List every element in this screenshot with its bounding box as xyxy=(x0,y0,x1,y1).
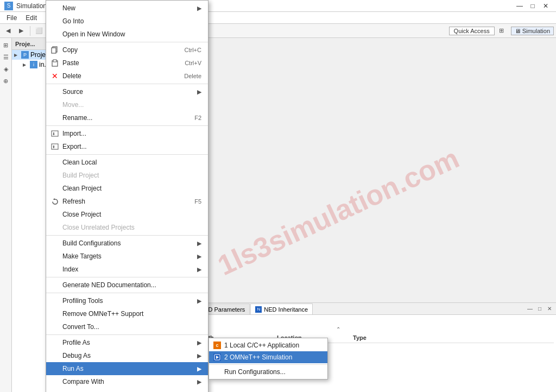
side-icon-4[interactable]: ⊕ xyxy=(1,76,11,86)
ctx-convert-label: Convert To... xyxy=(62,323,99,331)
run-as-omnet[interactable]: 2 OMNeT++ Simulation xyxy=(209,351,327,363)
bp-maximize-btn[interactable]: □ xyxy=(535,304,544,313)
ctx-import[interactable]: ⬇ Import... xyxy=(46,127,208,140)
toolbar-btn1[interactable]: ⬜ xyxy=(33,25,45,37)
ctx-build-configs-icon xyxy=(50,239,59,248)
ctx-paste-icon xyxy=(50,59,59,67)
run-as-omnet-label: 2 OMNeT++ Simulation xyxy=(224,353,292,361)
ctx-source-icon xyxy=(50,87,59,96)
forward-button[interactable]: ▶ xyxy=(15,25,27,37)
run-as-local-label: 1 Local C/C++ Application xyxy=(224,342,299,349)
ctx-gen-ned-icon xyxy=(50,281,59,289)
ctx-sep7 xyxy=(46,293,208,293)
quick-access-button[interactable]: Quick Access xyxy=(449,27,495,35)
menu-edit[interactable]: Edit xyxy=(21,13,41,23)
ctx-source[interactable]: Source ▶ xyxy=(46,85,208,98)
ctx-export-label: Export... xyxy=(62,143,87,150)
simulation-perspective[interactable]: 🖥 Simulation xyxy=(511,27,554,35)
perspectives-button[interactable]: ⊞ xyxy=(496,25,508,37)
ctx-paste-shortcut: Ctrl+V xyxy=(174,60,201,66)
ctx-index-icon xyxy=(50,265,59,274)
ctx-clean-project-label: Clean Project xyxy=(62,185,102,192)
ctx-export[interactable]: ⬆ Export... xyxy=(46,140,208,153)
ctx-sep3 xyxy=(46,125,208,126)
panel-title: Proje... xyxy=(15,41,35,47)
ctx-sep4 xyxy=(46,154,208,155)
context-menu: New ▶ Go Into Open in New Window Copy Ct… xyxy=(46,0,208,392)
ctx-rename-icon xyxy=(50,113,59,122)
ctx-new-label: New xyxy=(62,4,75,12)
ctx-gen-ned-label: Generate NED Documentation... xyxy=(62,281,156,289)
ctx-import-icon: ⬇ xyxy=(50,129,59,138)
side-icon-2[interactable]: ☰ xyxy=(1,52,11,62)
tree-arrow-root: ▶ xyxy=(14,53,20,58)
run-as-local-cpp[interactable]: c 1 Local C/C++ Application xyxy=(209,339,327,351)
tab-ned-inheritance[interactable]: N NED Inheritance xyxy=(250,304,313,314)
ctx-refresh-label: Refresh xyxy=(62,198,85,205)
ctx-remove-omnet-icon xyxy=(50,309,59,318)
ctx-gointo[interactable]: Go Into xyxy=(46,15,208,28)
ctx-clean-local[interactable]: Clean Local xyxy=(46,156,208,169)
ctx-clean-project[interactable]: Clean Project xyxy=(46,182,208,195)
ctx-profiling-arrow: ▶ xyxy=(197,298,201,305)
ctx-remove-omnet[interactable]: Remove OMNeT++ Support xyxy=(46,307,208,320)
ctx-paste[interactable]: Paste Ctrl+V xyxy=(46,56,208,69)
ctx-debug-as[interactable]: Debug As ▶ xyxy=(46,349,208,362)
ctx-run-as-label: Run As xyxy=(62,365,84,372)
bp-minimize-btn[interactable]: — xyxy=(526,304,534,313)
ctx-copy-shortcut: Ctrl+C xyxy=(174,47,201,53)
ctx-gen-ned-doc[interactable]: Generate NED Documentation... xyxy=(46,279,208,292)
svg-rect-1 xyxy=(52,48,56,53)
close-button[interactable]: ✕ xyxy=(540,0,552,12)
ctx-run-as-arrow: ▶ xyxy=(197,365,201,372)
ctx-convert-to[interactable]: Convert To... xyxy=(46,320,208,333)
ctx-sep5 xyxy=(46,235,208,236)
ctx-copy-icon xyxy=(50,46,59,54)
ctx-profiling-label: Profiling Tools xyxy=(62,297,103,305)
minimize-button[interactable]: — xyxy=(514,0,526,12)
ctx-build-configs[interactable]: Build Configurations ▶ xyxy=(46,237,208,250)
ctx-make-targets[interactable]: Make Targets ▶ xyxy=(46,250,208,263)
side-icon-3[interactable]: ◈ xyxy=(1,64,11,74)
ctx-clean-project-icon xyxy=(50,184,59,193)
ctx-close-unrelated-icon xyxy=(50,223,59,232)
ctx-build-project: Build Project xyxy=(46,169,208,182)
bp-close-btn[interactable]: ✕ xyxy=(545,304,554,313)
ctx-move-label: Move... xyxy=(62,101,84,109)
menu-file[interactable]: File xyxy=(2,13,21,23)
ctx-open-new-window[interactable]: Open in New Window xyxy=(46,28,208,41)
ctx-close-project-icon xyxy=(50,210,59,219)
toolbar-sep1 xyxy=(30,26,30,36)
project-icon: P xyxy=(21,51,29,59)
ctx-convert-icon xyxy=(50,323,59,331)
ctx-profile-as-label: Profile As xyxy=(62,339,90,346)
ctx-restore[interactable]: Restore from Local History... xyxy=(46,388,208,392)
ctx-source-label: Source xyxy=(62,88,83,96)
ctx-build-configs-label: Build Configurations xyxy=(62,239,121,247)
ctx-compare-with[interactable]: Compare With ▶ xyxy=(46,375,208,388)
ctx-close-project[interactable]: Close Project xyxy=(46,208,208,221)
ctx-close-unrelated: Close Unrelated Projects xyxy=(46,221,208,234)
folder-icon: i xyxy=(30,61,37,68)
ctx-sep6 xyxy=(46,277,208,277)
maximize-button[interactable]: □ xyxy=(527,0,539,12)
ctx-run-as[interactable]: Run As ▶ xyxy=(46,362,208,375)
bottom-panel-controls: — □ ✕ xyxy=(526,304,554,313)
ctx-copy[interactable]: Copy Ctrl+C xyxy=(46,43,208,56)
ctx-gointo-label: Go Into xyxy=(62,17,84,25)
run-configurations[interactable]: Run Configurations... xyxy=(209,366,327,378)
back-button[interactable]: ◀ xyxy=(2,25,14,37)
ctx-delete[interactable]: ✕ Delete Delete xyxy=(46,69,208,83)
ctx-paste-label: Paste xyxy=(62,59,79,67)
ctx-profiling[interactable]: Profiling Tools ▶ xyxy=(46,294,208,307)
ctx-compare-label: Compare With xyxy=(62,378,104,385)
ctx-profile-as[interactable]: Profile As ▶ xyxy=(46,336,208,349)
ctx-refresh[interactable]: Refresh F5 xyxy=(46,195,208,208)
ctx-rename[interactable]: Rename... F2 xyxy=(46,111,208,124)
ctx-new-arrow: ▶ xyxy=(197,5,201,12)
ctx-index[interactable]: Index ▶ xyxy=(46,263,208,276)
ctx-profile-as-icon xyxy=(50,338,59,347)
side-icon-1[interactable]: ⊞ xyxy=(1,40,11,50)
ctx-new[interactable]: New ▶ xyxy=(46,2,208,15)
watermark: 1ls3simulation.com xyxy=(213,142,464,282)
